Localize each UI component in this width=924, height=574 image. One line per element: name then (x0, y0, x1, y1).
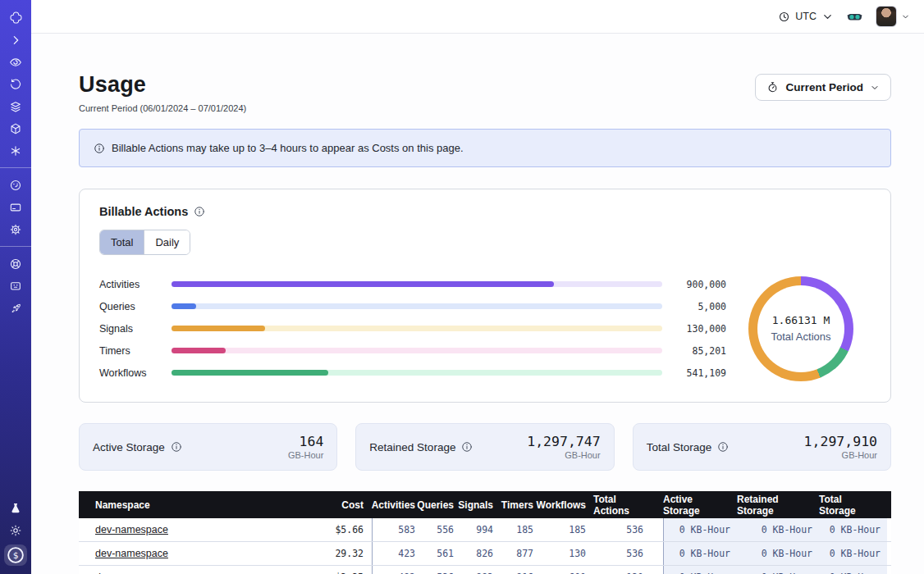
sidebar-divider (0, 246, 31, 247)
table-cell: 0 KB-Hour (819, 566, 887, 574)
table-header: NamespaceCostActivitiesQueriesSignalsTim… (79, 491, 891, 518)
info-icon[interactable] (717, 441, 729, 453)
cube-icon (9, 122, 22, 135)
sidebar-expand[interactable] (0, 29, 31, 51)
bar-row-queries: Queries5,000 (99, 295, 726, 317)
tab-daily[interactable]: Daily (144, 230, 190, 254)
bar-fill (172, 281, 554, 287)
bar-row-signals: Signals130,000 (99, 317, 726, 339)
storage-cards: Active Storage 164 GB-Hour Retained Stor… (79, 423, 891, 471)
period-dropdown-label: Current Period (785, 81, 863, 93)
sidebar-item-nexus[interactable] (0, 139, 31, 162)
bar-track (172, 370, 662, 376)
table-header-cell: Retained Storage (737, 491, 819, 518)
sidebar-item-usage[interactable]: $ (4, 544, 27, 566)
temporal-logo[interactable] (0, 7, 31, 29)
lifebuoy-icon (9, 257, 22, 271)
table-header-cell: Workflows (541, 491, 593, 518)
page-subtitle: Current Period (06/01/2024 – 07/01/2024) (79, 103, 246, 113)
total-storage-unit: GB-Hour (842, 450, 877, 460)
sidebar-item-support[interactable] (0, 253, 31, 275)
layers-icon (9, 100, 22, 113)
table-cell: 826 (461, 542, 501, 565)
bar-label: Queries (99, 301, 172, 312)
info-icon[interactable] (461, 441, 473, 453)
table-header-cell: Namespace (79, 491, 293, 518)
namespace-link[interactable]: dev-namespace (95, 524, 168, 535)
sidebar-item-deployments[interactable] (0, 117, 31, 139)
tab-total[interactable]: Total (100, 230, 144, 254)
table-cell: 0 KB-Hour (663, 518, 737, 541)
table-cell: 583 (372, 518, 423, 541)
timezone-label: UTC (795, 11, 817, 22)
table-cell: 536 (593, 542, 663, 565)
bar-row-timers: Timers85,201 (99, 339, 726, 362)
total-storage-card: Total Storage 1,297,910 GB-Hour (633, 423, 891, 471)
table-cell: 816 (501, 566, 541, 574)
namespace-link[interactable]: dev-namespace (95, 548, 168, 559)
table-cell: 492 (372, 566, 423, 574)
sidebar-item-layers[interactable] (0, 95, 31, 117)
bar-fill (172, 326, 265, 331)
user-avatar[interactable] (876, 6, 897, 27)
retained-storage-card: Retained Storage 1,297,747 GB-Hour (355, 423, 614, 471)
info-icon[interactable] (194, 206, 205, 217)
table-cell: 877 (501, 542, 541, 565)
bar-label: Signals (99, 323, 172, 335)
table-cell: dev-namespace (79, 566, 293, 574)
bar-track (172, 326, 662, 331)
period-dropdown-button[interactable]: Current Period (755, 74, 891, 101)
table-cell: 556 (423, 518, 461, 541)
info-icon[interactable] (171, 441, 182, 453)
table-header-cell: Total Storage (819, 491, 887, 518)
bar-label: Timers (99, 345, 172, 357)
bar-row-activities: Activities900,000 (99, 273, 726, 295)
table-cell: 561 (423, 542, 461, 565)
sidebar-item-feedback[interactable] (0, 275, 31, 297)
bar-value: 5,000 (662, 301, 726, 312)
gear-icon (9, 223, 22, 236)
table-cell: 0 KB-Hour (737, 566, 819, 574)
temporal-logo-icon (9, 11, 23, 25)
sidebar-item-settings[interactable] (0, 218, 31, 240)
table-header-cell: Activities (372, 491, 423, 518)
table-header-cell: Queries (423, 491, 461, 518)
table-cell: 185 (541, 518, 593, 541)
sidebar: $ (0, 0, 31, 574)
bar-chart: Activities900,000Queries5,000Signals130,… (99, 273, 731, 384)
sidebar-item-namespaces[interactable] (0, 51, 31, 73)
timezone-selector[interactable]: UTC (778, 11, 834, 23)
total-storage-label: Total Storage (647, 441, 712, 453)
info-icon (94, 143, 105, 154)
billable-chart-area: Activities900,000Queries5,000Signals130,… (99, 273, 871, 384)
clock-icon (778, 11, 790, 23)
history-icon (9, 78, 22, 91)
bar-value: 130,000 (662, 323, 726, 335)
chevron-down-icon (821, 11, 834, 23)
sidebar-item-getting-started[interactable] (0, 297, 31, 319)
dollar-coin-icon: $ (4, 544, 27, 567)
sidebar-item-theme[interactable] (0, 519, 31, 541)
table-cell: 536 (593, 518, 663, 541)
sidebar-item-dashboard[interactable] (0, 174, 31, 196)
sidebar-item-history[interactable] (0, 73, 31, 95)
billable-actions-card: Billable Actions TotalDaily Activities90… (79, 189, 891, 403)
table-body: dev-namespace$5.665835569941851855360 KB… (79, 518, 891, 574)
main-area: UTC Usage Current Period (06/01/2024 – 0… (31, 0, 924, 574)
chevron-down-icon (870, 83, 880, 93)
sidebar-item-billing[interactable] (0, 196, 31, 218)
sidebar-item-labs[interactable] (0, 497, 31, 519)
usage-table: NamespaceCostActivitiesQueriesSignalsTim… (79, 491, 891, 574)
page-header: Usage Current Period (06/01/2024 – 07/01… (79, 72, 891, 113)
flask-icon (9, 502, 22, 515)
table-header-cell: Total Actions (593, 491, 663, 518)
gauge-icon (9, 179, 22, 192)
donut-total-label: Total Actions (771, 330, 831, 343)
table-cell: 0 KB-Hour (663, 566, 737, 574)
table-row: dev-namespace$3.354925368838166001300 KB… (79, 566, 891, 574)
user-menu[interactable] (876, 6, 910, 27)
info-banner: Billable Actions may take up to 3–4 hour… (79, 129, 891, 167)
chevron-right-icon (9, 34, 22, 47)
goggles-icon[interactable] (846, 8, 863, 25)
table-cell: dev-namespace (79, 518, 293, 541)
